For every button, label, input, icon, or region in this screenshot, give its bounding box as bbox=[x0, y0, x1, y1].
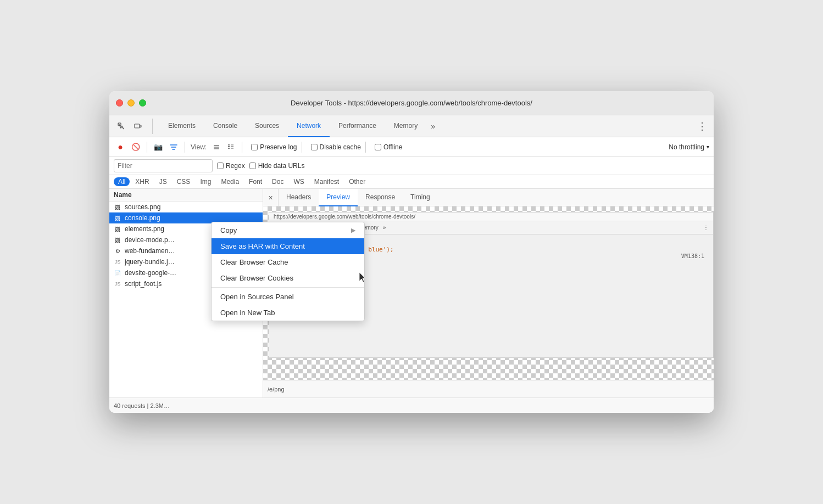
context-menu-save-har[interactable]: Save as HAR with Content bbox=[212, 238, 364, 254]
camera-button[interactable]: 📷 bbox=[152, 141, 165, 154]
network-toolbar: ● 🚫 📷 View: bbox=[109, 137, 714, 157]
offline-label: Offline bbox=[383, 143, 402, 151]
network-item-name: script_foot.js bbox=[125, 280, 162, 288]
device-icon[interactable] bbox=[130, 119, 146, 134]
devtools-menu-button[interactable]: ⋮ bbox=[695, 120, 709, 132]
preview-tab-timing[interactable]: Timing bbox=[403, 189, 438, 206]
context-menu-open-sources-label: Open in Sources Panel bbox=[220, 293, 294, 301]
close-button[interactable] bbox=[116, 99, 123, 107]
preview-tab-response[interactable]: Response bbox=[358, 189, 403, 206]
status-bar: 40 requests | 2.3M… bbox=[109, 397, 714, 413]
toolbar-separator-1 bbox=[147, 142, 147, 153]
context-menu: Copy ▶ Save as HAR with Content Clear Br… bbox=[211, 222, 365, 321]
network-item-name: device-mode.p… bbox=[125, 236, 175, 244]
tab-sources[interactable]: Sources bbox=[246, 115, 288, 137]
tab-console[interactable]: Console bbox=[204, 115, 246, 137]
disable-cache-label: Disable cache bbox=[320, 143, 361, 151]
type-filter-js[interactable]: JS bbox=[155, 177, 171, 186]
network-item-name: console.png bbox=[125, 214, 160, 222]
tab-elements[interactable]: Elements bbox=[159, 115, 204, 137]
file-icon-js: JS bbox=[114, 280, 121, 288]
top-tab-bar: Elements Console Sources Network Perform… bbox=[109, 115, 714, 137]
submenu-arrow-icon: ▶ bbox=[351, 227, 355, 234]
type-filter-media[interactable]: Media bbox=[216, 177, 243, 186]
filter-input[interactable] bbox=[114, 159, 213, 172]
type-filter-css[interactable]: CSS bbox=[173, 177, 195, 186]
preview-tabs: × Headers Preview Response Timing bbox=[263, 189, 714, 206]
context-menu-clear-cookies[interactable]: Clear Browser Cookies bbox=[212, 270, 364, 286]
filter-row: Regex Hide data URLs bbox=[109, 157, 714, 175]
type-filter-font[interactable]: Font bbox=[244, 177, 266, 186]
network-item-name: devsite-google-… bbox=[125, 269, 176, 277]
maximize-button[interactable] bbox=[139, 99, 146, 107]
disable-cache-group: Disable cache bbox=[311, 143, 361, 151]
type-filter-all[interactable]: All bbox=[114, 177, 130, 186]
network-item-name: jquery-bundle.j… bbox=[125, 258, 175, 266]
hide-data-urls-checkbox[interactable] bbox=[249, 163, 256, 169]
preview-mini-url: https://developers.google.com/web/tools/… bbox=[269, 212, 713, 221]
preview-footer: /e/png bbox=[263, 380, 714, 397]
context-menu-separator bbox=[212, 287, 364, 288]
toolbar-separator-4 bbox=[302, 142, 302, 153]
tab-network[interactable]: Network bbox=[288, 115, 330, 137]
regex-group: Regex bbox=[217, 162, 245, 170]
record-button[interactable]: ● bbox=[114, 141, 127, 154]
hide-data-urls-group: Hide data URLs bbox=[249, 162, 305, 170]
context-menu-clear-cache[interactable]: Clear Browser Cache bbox=[212, 254, 364, 270]
context-menu-copy[interactable]: Copy ▶ bbox=[212, 222, 364, 238]
type-filter-doc[interactable]: Doc bbox=[268, 177, 288, 186]
context-menu-open-sources[interactable]: Open in Sources Panel bbox=[212, 289, 364, 305]
disable-cache-checkbox[interactable] bbox=[311, 144, 318, 150]
offline-checkbox[interactable] bbox=[375, 144, 381, 150]
preserve-log-checkbox[interactable] bbox=[251, 144, 258, 150]
list-view-button[interactable] bbox=[210, 141, 223, 154]
more-tabs-button[interactable]: » bbox=[426, 122, 440, 131]
type-filter-xhr[interactable]: XHR bbox=[131, 177, 153, 186]
devtools-content: Elements Console Sources Network Perform… bbox=[109, 115, 714, 413]
regex-checkbox[interactable] bbox=[217, 163, 224, 169]
network-item-name: sources.png bbox=[125, 203, 160, 211]
devtools-window: Developer Tools - https://developers.goo… bbox=[109, 91, 714, 413]
type-filter-img[interactable]: Img bbox=[196, 177, 215, 186]
preserve-log-group: Preserve log bbox=[251, 143, 297, 151]
context-menu-open-tab[interactable]: Open in New Tab bbox=[212, 305, 364, 321]
toolbar-separator-2 bbox=[185, 142, 185, 153]
network-list-header: Name bbox=[109, 189, 263, 201]
hide-data-urls-label: Hide data URLs bbox=[258, 162, 305, 170]
file-icon-img: 🖼 bbox=[114, 203, 121, 211]
tab-performance[interactable]: Performance bbox=[330, 115, 385, 137]
clear-button[interactable]: 🚫 bbox=[129, 141, 142, 154]
context-menu-save-har-label: Save as HAR with Content bbox=[220, 242, 305, 250]
minimize-button[interactable] bbox=[127, 99, 135, 107]
throttle-chevron[interactable]: ▾ bbox=[707, 144, 709, 150]
preview-tab-headers[interactable]: Headers bbox=[279, 189, 319, 206]
filter-button[interactable] bbox=[167, 141, 180, 154]
throttle-group: No throttling ▾ bbox=[669, 143, 709, 151]
preview-close-button[interactable]: × bbox=[263, 189, 279, 206]
type-filter-ws[interactable]: WS bbox=[289, 177, 308, 186]
file-icon-img: 🖼 bbox=[114, 225, 121, 233]
toolbar-separator-5 bbox=[365, 142, 366, 153]
network-item-sources[interactable]: 🖼 sources.png bbox=[109, 201, 263, 212]
main-content: Name 🖼 sources.png 🖼 console.png 🖼 eleme… bbox=[109, 189, 714, 397]
preserve-log-label: Preserve log bbox=[260, 143, 297, 151]
file-icon-img: 🖼 bbox=[114, 236, 121, 244]
network-item-name: web-fundamen… bbox=[125, 247, 175, 255]
context-menu-clear-cookies-label: Clear Browser Cookies bbox=[220, 274, 293, 282]
context-menu-clear-cache-label: Clear Browser Cache bbox=[220, 258, 288, 266]
type-filter-manifest[interactable]: Manifest bbox=[310, 177, 343, 186]
traffic-lights bbox=[116, 99, 146, 107]
preview-tab-preview[interactable]: Preview bbox=[319, 189, 358, 206]
context-menu-open-tab-label: Open in New Tab bbox=[220, 309, 275, 317]
inspect-icon[interactable] bbox=[114, 119, 129, 134]
offline-group: Offline bbox=[375, 143, 402, 151]
titlebar: Developer Tools - https://developers.goo… bbox=[109, 91, 714, 115]
detail-view-button[interactable] bbox=[224, 141, 237, 154]
file-icon-img: 🖼 bbox=[114, 214, 121, 222]
tab-memory[interactable]: Memory bbox=[385, 115, 426, 137]
network-item-name: elements.png bbox=[125, 225, 164, 233]
svg-rect-1 bbox=[135, 124, 140, 128]
window-title: Developer Tools - https://developers.goo… bbox=[291, 99, 532, 107]
type-filter-other[interactable]: Other bbox=[344, 177, 370, 186]
toolbar-separator-3 bbox=[242, 142, 242, 153]
